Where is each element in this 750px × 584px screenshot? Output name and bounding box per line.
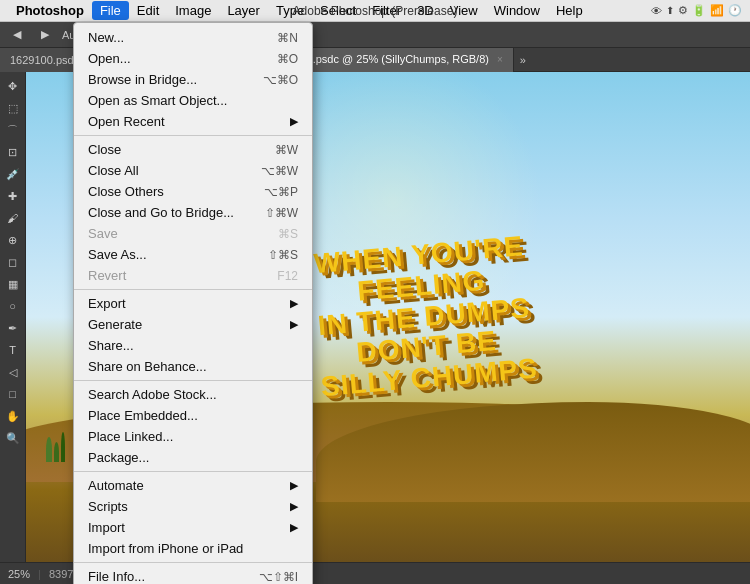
menubar: Photoshop File Edit Image Layer Type Sel… xyxy=(0,0,750,22)
menu-revert-shortcut: F12 xyxy=(257,269,298,283)
menu-share[interactable]: Share... xyxy=(74,335,312,356)
menu-open-smart-object-label: Open as Smart Object... xyxy=(88,93,227,108)
canvas-text: WHEN YOU'RE FEELING IN THE DUMPS DON'T B… xyxy=(309,231,539,403)
menu-import-iphone[interactable]: Import from iPhone or iPad xyxy=(74,538,312,559)
menu-close-all-shortcut: ⌥⌘W xyxy=(241,164,298,178)
tool-brush[interactable]: 🖌 xyxy=(2,208,24,228)
menu-close[interactable]: Close ⌘W xyxy=(74,139,312,160)
menu-import[interactable]: Import ▶ xyxy=(74,517,312,538)
menu-save-shortcut: ⌘S xyxy=(258,227,298,241)
menu-open-recent-label: Open Recent xyxy=(88,114,165,129)
tool-eraser[interactable]: ◻ xyxy=(2,252,24,272)
status-zoom: 25% xyxy=(8,568,30,580)
tool-dodge[interactable]: ○ xyxy=(2,296,24,316)
tool-stamp[interactable]: ⊕ xyxy=(2,230,24,250)
menu-scripts-label: Scripts xyxy=(88,499,128,514)
menu-close-go-bridge[interactable]: Close and Go to Bridge... ⇧⌘W xyxy=(74,202,312,223)
menu-generate-arrow: ▶ xyxy=(290,318,298,331)
menubar-image[interactable]: Image xyxy=(167,1,219,20)
menu-import-arrow: ▶ xyxy=(290,521,298,534)
menu-share-behance[interactable]: Share on Behance... xyxy=(74,356,312,377)
menu-export-arrow: ▶ xyxy=(290,297,298,310)
sep1 xyxy=(74,135,312,136)
file-dropdown-menu: New... ⌘N Open... ⌘O Browse in Bridge...… xyxy=(73,22,313,584)
tool-gradient[interactable]: ▦ xyxy=(2,274,24,294)
menu-save-as-label: Save As... xyxy=(88,247,147,262)
tool-pen[interactable]: ✒ xyxy=(2,318,24,338)
app-title: Adobe Photoshop (Prerelease) xyxy=(293,4,458,18)
tree3 xyxy=(61,432,65,462)
menu-place-linked-label: Place Linked... xyxy=(88,429,173,444)
tool-zoom[interactable]: 🔍 xyxy=(2,428,24,448)
tool-hand[interactable]: ✋ xyxy=(2,406,24,426)
eye-icon: 👁 xyxy=(651,5,662,17)
menu-close-others-label: Close Others xyxy=(88,184,164,199)
tool-move[interactable]: ✥ xyxy=(2,76,24,96)
menu-save-as[interactable]: Save As... ⇧⌘S xyxy=(74,244,312,265)
menu-open-smart-object[interactable]: Open as Smart Object... xyxy=(74,90,312,111)
menu-browse-bridge[interactable]: Browse in Bridge... ⌥⌘O xyxy=(74,69,312,90)
menu-import-label: Import xyxy=(88,520,125,535)
menu-scripts-arrow: ▶ xyxy=(290,500,298,513)
menu-scripts[interactable]: Scripts ▶ xyxy=(74,496,312,517)
sep4 xyxy=(74,471,312,472)
tree2 xyxy=(54,442,59,462)
sep2 xyxy=(74,289,312,290)
tool-shape[interactable]: □ xyxy=(2,384,24,404)
tool-crop[interactable]: ⊡ xyxy=(2,142,24,162)
clock-icon: 🕐 xyxy=(728,4,742,17)
menu-open-recent[interactable]: Open Recent ▶ xyxy=(74,111,312,132)
menubar-window[interactable]: Window xyxy=(486,1,548,20)
menu-new[interactable]: New... ⌘N xyxy=(74,27,312,48)
menu-close-others-shortcut: ⌥⌘P xyxy=(244,185,298,199)
tab-first-label: 1629100.psdc xyxy=(10,54,79,66)
menu-share-label: Share... xyxy=(88,338,134,353)
share-icon: ⬆ xyxy=(666,5,674,16)
menu-open[interactable]: Open... ⌘O xyxy=(74,48,312,69)
menu-file-info[interactable]: File Info... ⌥⇧⌘I xyxy=(74,566,312,584)
menubar-edit[interactable]: Edit xyxy=(129,1,167,20)
menu-close-go-bridge-shortcut: ⇧⌘W xyxy=(245,206,298,220)
menu-save: Save ⌘S xyxy=(74,223,312,244)
menu-export[interactable]: Export ▶ xyxy=(74,293,312,314)
menu-automate-arrow: ▶ xyxy=(290,479,298,492)
menu-revert-label: Revert xyxy=(88,268,126,283)
menu-search-stock[interactable]: Search Adobe Stock... xyxy=(74,384,312,405)
menu-file-info-label: File Info... xyxy=(88,569,145,584)
sep5 xyxy=(74,562,312,563)
tabs-overflow[interactable]: » xyxy=(514,54,532,66)
tools-sidebar: ✥ ⬚ ⌒ ⊡ 💉 ✚ 🖌 ⊕ ◻ ▦ ○ ✒ T ◁ □ ✋ 🔍 xyxy=(0,72,26,562)
menu-place-embedded[interactable]: Place Embedded... xyxy=(74,405,312,426)
menu-place-linked[interactable]: Place Linked... xyxy=(74,426,312,447)
menu-browse-bridge-label: Browse in Bridge... xyxy=(88,72,197,87)
menu-export-label: Export xyxy=(88,296,126,311)
tool-eyedropper[interactable]: 💉 xyxy=(2,164,24,184)
menubar-app[interactable]: Photoshop xyxy=(8,1,92,20)
menu-close-label: Close xyxy=(88,142,121,157)
tree1 xyxy=(46,437,52,462)
menu-import-iphone-label: Import from iPhone or iPad xyxy=(88,541,243,556)
tool-heal[interactable]: ✚ xyxy=(2,186,24,206)
tool-lasso[interactable]: ⌒ xyxy=(2,120,24,140)
menu-package[interactable]: Package... xyxy=(74,447,312,468)
menu-save-as-shortcut: ⇧⌘S xyxy=(248,248,298,262)
menu-revert: Revert F12 xyxy=(74,265,312,286)
menubar-help[interactable]: Help xyxy=(548,1,591,20)
toolbar-forward[interactable]: ▶ xyxy=(34,25,56,45)
wifi-icon: 📶 xyxy=(710,4,724,17)
menubar-file[interactable]: File xyxy=(92,1,129,20)
menu-search-stock-label: Search Adobe Stock... xyxy=(88,387,217,402)
tab-active-close[interactable]: × xyxy=(497,54,503,65)
tool-text[interactable]: T xyxy=(2,340,24,360)
tool-path[interactable]: ◁ xyxy=(2,362,24,382)
menu-close-others[interactable]: Close Others ⌥⌘P xyxy=(74,181,312,202)
menu-automate[interactable]: Automate ▶ xyxy=(74,475,312,496)
tool-select[interactable]: ⬚ xyxy=(2,98,24,118)
menu-open-shortcut: ⌘O xyxy=(257,52,298,66)
menubar-layer[interactable]: Layer xyxy=(219,1,268,20)
menu-share-behance-label: Share on Behance... xyxy=(88,359,207,374)
toolbar-back[interactable]: ◀ xyxy=(6,25,28,45)
menu-close-all[interactable]: Close All ⌥⌘W xyxy=(74,160,312,181)
menu-browse-bridge-shortcut: ⌥⌘O xyxy=(243,73,298,87)
menu-generate[interactable]: Generate ▶ xyxy=(74,314,312,335)
